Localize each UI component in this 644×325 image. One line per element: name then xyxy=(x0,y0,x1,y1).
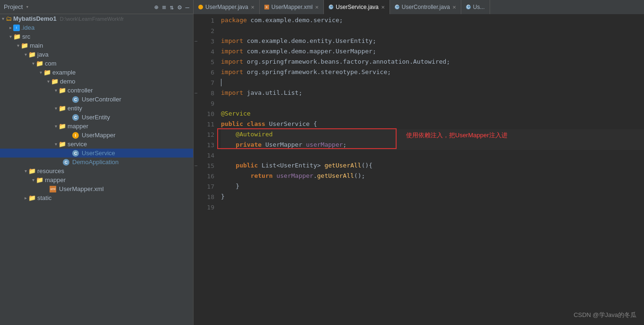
tree-item-static[interactable]: ▸ 📁 static xyxy=(0,193,193,202)
tab-close-icon[interactable]: ✕ xyxy=(381,5,385,10)
code-content[interactable]: package com.example.demo.service; import… xyxy=(217,14,644,325)
settings-icon[interactable]: ⚙ xyxy=(178,3,181,11)
tree-item-userentity[interactable]: C UserEntity xyxy=(0,113,193,122)
tab-close-icon[interactable]: ✕ xyxy=(452,5,456,10)
tree-item-root[interactable]: ▾ 🗂 MybatisDemo1 D:\work\LearnFrameWork\… xyxy=(0,14,193,23)
gutter-area: 1 2 − 3 4 5 xyxy=(194,14,217,325)
chevron-icon: ▾ xyxy=(25,168,27,174)
fold-icon[interactable]: − xyxy=(195,90,198,96)
fold-icon[interactable]: − xyxy=(195,38,198,44)
field-name: userMapper xyxy=(306,140,343,150)
tree-item-service[interactable]: ▾ 📁 service xyxy=(0,140,193,149)
tree-item-label: UserMapper.xml xyxy=(59,185,104,192)
tree-item-label: static xyxy=(37,194,51,201)
tree-item-java[interactable]: ▾ 📁 java xyxy=(0,50,193,59)
annotation: @Service xyxy=(221,108,251,119)
tree-item-label: src xyxy=(22,33,30,40)
keyword: import xyxy=(221,36,243,46)
chevron-icon: ▾ xyxy=(2,16,4,21)
tree-item-label: resources xyxy=(37,167,64,175)
tree-item-demo[interactable]: ▾ 📁 demo xyxy=(0,77,193,86)
fold-icon[interactable]: − xyxy=(195,163,198,169)
folder-icon: 📁 xyxy=(28,194,36,201)
tree-item-example[interactable]: ▾ 📁 example xyxy=(0,68,193,77)
line-number: 12 xyxy=(207,131,214,138)
tree-item-label: UserController xyxy=(82,96,121,103)
tab-usermapper-java[interactable]: UserMapper.java ✕ xyxy=(194,0,260,14)
line-number: 14 xyxy=(207,152,214,159)
line-number: 4 xyxy=(211,48,214,55)
folder-icon: 📁 xyxy=(13,33,21,40)
tree-item-label: .idea xyxy=(21,24,34,31)
tree-item-demoapplication[interactable]: C DemoApplication xyxy=(0,158,193,167)
code-text xyxy=(221,160,236,171)
tree-item-controller[interactable]: ▾ 📁 controller xyxy=(0,86,193,95)
tab-more[interactable]: C Us... xyxy=(461,0,490,14)
code-line-2 xyxy=(221,25,644,36)
code-editor-area[interactable]: 1 2 − 3 4 5 xyxy=(194,14,644,325)
tree-item-idea[interactable]: ▸ i .idea xyxy=(0,23,193,32)
tree-item-mapper[interactable]: ▾ 📁 mapper xyxy=(0,122,193,131)
code-line-8: import java.util.List; xyxy=(221,88,644,98)
tree-item-label: mapper xyxy=(45,176,66,183)
keyword: private xyxy=(236,140,262,150)
tree-item-com[interactable]: ▾ 📁 com xyxy=(0,59,193,68)
keyword: import xyxy=(221,46,243,57)
method-name: getUserAll xyxy=(324,160,361,171)
folder-icon: 📁 xyxy=(59,141,66,148)
tree-item-usercontroller[interactable]: C UserController xyxy=(0,95,193,104)
code-text: UserService { xyxy=(265,119,317,129)
tree-item-mapper-res[interactable]: ▾ 📁 mapper xyxy=(0,175,193,184)
tab-close-icon[interactable]: ✕ xyxy=(251,5,254,10)
code-text: Autowired xyxy=(413,57,446,67)
folder-icon: 📁 xyxy=(59,123,66,130)
tree-item-label: main xyxy=(30,42,43,49)
tree-item-main[interactable]: ▾ 📁 main xyxy=(0,41,193,50)
java-file-icon xyxy=(198,5,203,9)
tree-item-usermapper-xml[interactable]: xml UserMapper.xml xyxy=(0,184,193,193)
code-text xyxy=(243,119,247,129)
tree-item-userservice[interactable]: C UserService xyxy=(0,149,193,158)
code-line-19 xyxy=(221,202,644,212)
tab-close-icon[interactable]: ✕ xyxy=(315,5,319,10)
code-text: org.springframework.beans.factory.annota… xyxy=(243,57,413,67)
code-line-15: public List<UserEntity> getUserAll (){ xyxy=(221,160,644,171)
code-line-10: @Service xyxy=(221,108,644,119)
tree-item-src[interactable]: ▾ 📁 src xyxy=(0,32,193,41)
code-text: UserMapper xyxy=(336,46,373,57)
code-text: Service xyxy=(361,67,387,77)
class-icon: C xyxy=(72,114,79,121)
tree-item-usermapper[interactable]: I UserMapper xyxy=(0,131,193,140)
class-file-icon: C xyxy=(329,5,333,9)
tree-item-resources[interactable]: ▾ 📁 resources xyxy=(0,167,193,175)
code-line-16: return userMapper . getUserAll (); xyxy=(221,171,644,181)
code-line-1: package com.example.demo.service; xyxy=(221,15,644,25)
code-text: com.example.demo. xyxy=(247,15,314,25)
expand-icon[interactable]: ⇅ xyxy=(170,3,174,11)
tree-item-entity[interactable]: ▾ 📁 entity xyxy=(0,104,193,113)
code-line-4: import com.example.demo.mapper.UserMappe… xyxy=(221,46,644,57)
code-text: com.example.demo.mapper. xyxy=(243,46,336,57)
chevron-icon: ▸ xyxy=(9,25,12,30)
collapse-all-icon[interactable]: ≡ xyxy=(162,3,166,11)
target-icon[interactable]: ⊕ xyxy=(154,3,158,11)
minimize-icon[interactable]: — xyxy=(186,3,189,11)
tree-item-label: entity xyxy=(68,105,82,112)
line-number: 9 xyxy=(211,100,214,107)
code-editor[interactable]: 1 2 − 3 4 5 xyxy=(194,14,644,325)
line-number: 2 xyxy=(211,27,214,34)
folder-icon: 📁 xyxy=(59,105,66,112)
class-file-icon: C xyxy=(466,5,471,9)
code-text: UserEntity xyxy=(336,36,373,46)
tab-usercontroller-java[interactable]: C UserController.java ✕ xyxy=(390,0,461,14)
line-number: 6 xyxy=(211,69,214,76)
code-text: (); xyxy=(354,171,365,181)
chevron-icon: ▾ xyxy=(55,106,57,111)
tab-usermapper-xml[interactable]: x UserMapper.xml ✕ xyxy=(260,0,324,14)
line-number: 11 xyxy=(207,121,214,128)
line-number: 10 xyxy=(207,110,214,117)
tab-userservice-java[interactable]: C UserService.java ✕ xyxy=(324,0,390,14)
folder-icon: 📁 xyxy=(36,176,43,183)
line-number: 8 xyxy=(211,90,214,97)
chevron-icon: ▾ xyxy=(17,43,19,48)
